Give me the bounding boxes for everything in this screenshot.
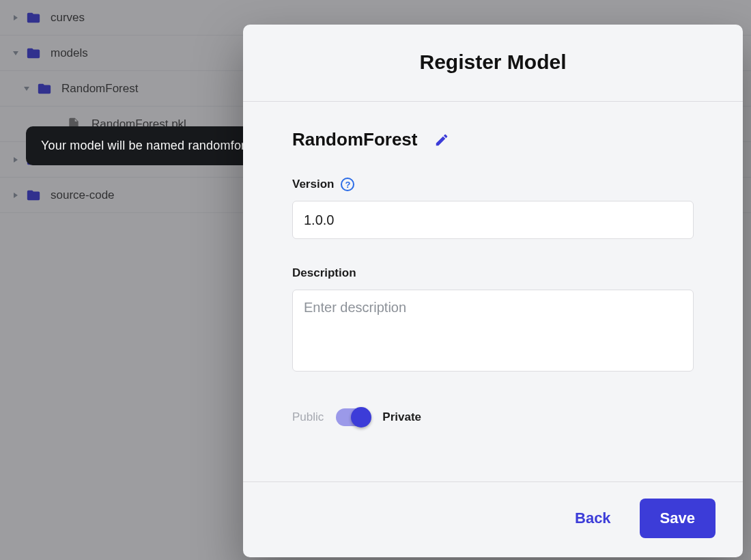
register-model-dialog: Register Model RandomForest Version ? De… — [243, 25, 743, 557]
dialog-body: RandomForest Version ? Description Publi… — [243, 102, 743, 481]
version-label: Version — [292, 178, 334, 191]
model-name-text: RandomForest — [292, 129, 417, 150]
model-name-tooltip: Your model will be named randomforest — [26, 126, 277, 165]
back-button[interactable]: Back — [567, 503, 619, 534]
visibility-toggle-row: Public Private — [292, 408, 694, 426]
dialog-title: Register Model — [243, 25, 743, 102]
tooltip-text: Your model will be named randomforest — [41, 139, 262, 152]
pencil-icon — [434, 132, 449, 148]
visibility-toggle[interactable] — [336, 408, 370, 426]
version-field: Version ? — [292, 178, 694, 239]
toggle-thumb — [351, 407, 371, 428]
description-field: Description — [292, 266, 694, 374]
version-input[interactable] — [292, 201, 694, 239]
description-label: Description — [292, 266, 356, 280]
edit-model-name-button[interactable] — [434, 132, 450, 148]
visibility-public-label: Public — [292, 410, 324, 424]
visibility-private-label: Private — [382, 410, 421, 424]
save-button[interactable]: Save — [640, 499, 715, 538]
help-icon[interactable]: ? — [341, 178, 354, 191]
model-name-row: RandomForest — [292, 129, 694, 150]
description-input[interactable] — [292, 290, 694, 372]
dialog-footer: Back Save — [243, 481, 743, 557]
